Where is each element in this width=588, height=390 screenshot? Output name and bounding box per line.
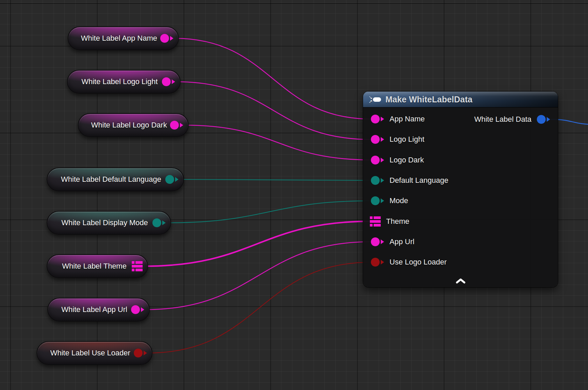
getter-label: White Label Use Loader <box>37 349 134 357</box>
pin-wedge-icon <box>381 117 384 121</box>
getter-output-pin[interactable] <box>152 218 166 227</box>
input-pin-row-mode: Mode <box>371 195 408 207</box>
getter-output-pin[interactable] <box>131 305 144 314</box>
pin-circle <box>160 34 169 43</box>
wire-app-url[interactable] <box>145 242 372 310</box>
input-pin-row-default-language: Default Language <box>371 175 448 186</box>
input-pin-mode[interactable] <box>371 196 384 205</box>
input-pin-label: Logo Light <box>390 135 424 144</box>
pin-circle <box>131 305 140 314</box>
getter-node-logo_light[interactable]: White Label Logo Light <box>67 70 181 94</box>
pin-circle <box>162 77 171 86</box>
pin-wedge-icon <box>381 158 384 162</box>
pin-wedge-icon <box>381 239 384 244</box>
wire-theme[interactable] <box>143 221 372 267</box>
input-pin-label: Mode <box>390 196 408 205</box>
pin-circle <box>152 218 161 227</box>
pin-circle <box>371 237 380 246</box>
getter-output-pin[interactable] <box>165 175 178 184</box>
pin-circle <box>371 258 380 267</box>
input-pin-logo-light[interactable] <box>371 135 384 144</box>
pin-wedge-icon <box>170 36 173 41</box>
pin-wedge-icon <box>381 198 384 203</box>
struct-pin-icon <box>132 261 143 271</box>
output-pin-label: White Label Data <box>474 115 531 124</box>
getter-label: White Label Logo Light <box>68 77 162 86</box>
wire-logo-light[interactable] <box>176 82 372 139</box>
pin-wedge-icon <box>381 260 384 265</box>
getter-node-app_name[interactable]: White Label App Name <box>68 26 179 50</box>
wire-use-loader[interactable] <box>148 262 372 353</box>
getter-node-app_url[interactable]: White Label App Url <box>47 298 150 321</box>
input-pin-label: Logo Dark <box>390 156 424 164</box>
getter-label: White Label Theme <box>47 262 132 271</box>
input-pin-row-app-name: App Name <box>371 113 425 125</box>
input-pin-use-logo-loader[interactable] <box>371 258 384 267</box>
input-pin-label: App Url <box>390 237 414 246</box>
pin-circle <box>371 135 380 144</box>
output-pin-row-white-label-data: White Label Data <box>474 114 550 125</box>
getter-label: White Label App Name <box>68 34 160 43</box>
pin-wedge-icon <box>175 177 178 182</box>
getter-label: White Label Display Mode <box>47 218 152 227</box>
input-pin-row-use-logo-loader: Use Logo Loader <box>371 256 447 268</box>
getter-node-use_loader[interactable]: White Label Use Loader <box>37 341 152 365</box>
pin-circle <box>165 175 174 184</box>
make-node-title: Make WhiteLabelData <box>385 95 472 104</box>
input-pin-default-language[interactable] <box>371 176 384 185</box>
getter-label: White Label Logo Dark <box>79 121 170 130</box>
pin-circle <box>537 115 546 124</box>
pin-circle <box>371 156 380 164</box>
output-pin-white-label-data[interactable] <box>537 115 550 124</box>
getter-label: White Label App Url <box>48 305 131 314</box>
blueprint-graph-canvas[interactable]: White Label App NameWhite Label Logo Lig… <box>0 0 588 390</box>
wire-display-mode[interactable] <box>166 201 372 223</box>
input-pin-app-url[interactable] <box>371 237 384 246</box>
chevron-up-icon[interactable] <box>455 278 466 284</box>
input-pin-row-logo-dark: Logo Dark <box>371 154 424 166</box>
input-pin-theme[interactable] <box>370 216 381 227</box>
input-pin-row-logo-light: Logo Light <box>371 134 424 145</box>
wire-logo-dark[interactable] <box>184 125 372 160</box>
pin-circle <box>371 196 380 205</box>
getter-label: White Label Default Language <box>47 175 165 184</box>
pin-wedge-icon <box>381 137 384 142</box>
input-pin-row-app-url: App Url <box>371 236 414 248</box>
getter-node-default_language[interactable]: White Label Default Language <box>47 168 184 191</box>
pin-wedge-icon <box>172 79 175 84</box>
getter-node-display_mode[interactable]: White Label Display Mode <box>47 211 171 235</box>
getter-node-logo_dark[interactable]: White Label Logo Dark <box>78 113 189 137</box>
pin-wedge-icon <box>141 307 144 312</box>
wire-default-language[interactable] <box>179 179 372 180</box>
getter-output-pin[interactable] <box>170 121 183 130</box>
pin-wedge-icon <box>381 178 384 183</box>
input-pin-label: Theme <box>386 217 409 226</box>
pin-circle <box>371 115 380 123</box>
getter-output-pin[interactable] <box>160 34 173 43</box>
getter-output-pin[interactable] <box>132 261 143 271</box>
make-node-header[interactable]: ↘↗ Make WhiteLabelData <box>363 92 558 108</box>
pin-wedge-icon <box>180 123 183 128</box>
make-struct-icon: ↘↗ <box>369 95 381 103</box>
pin-wedge-icon <box>144 351 147 355</box>
input-pin-label: App Name <box>390 115 425 123</box>
input-pin-label: Use Logo Loader <box>390 258 447 267</box>
pin-wedge-icon <box>547 117 550 122</box>
pin-circle <box>170 121 179 130</box>
wire-app-name[interactable] <box>174 38 372 119</box>
input-pin-app-name[interactable] <box>371 115 384 123</box>
struct-pin-icon <box>370 216 381 227</box>
getter-output-pin[interactable] <box>162 77 175 86</box>
input-pin-label: Default Language <box>390 176 448 185</box>
input-pin-logo-dark[interactable] <box>371 156 384 164</box>
pin-circle <box>134 349 143 357</box>
input-pin-row-theme: Theme <box>370 216 409 227</box>
pin-wedge-icon <box>162 220 166 225</box>
make-whitelabeldata-node[interactable]: ↘↗ Make WhiteLabelData App NameLogo Ligh… <box>363 92 558 287</box>
pin-circle <box>371 176 380 185</box>
getter-output-pin[interactable] <box>134 349 147 357</box>
getter-node-theme[interactable]: White Label Theme <box>47 254 148 278</box>
